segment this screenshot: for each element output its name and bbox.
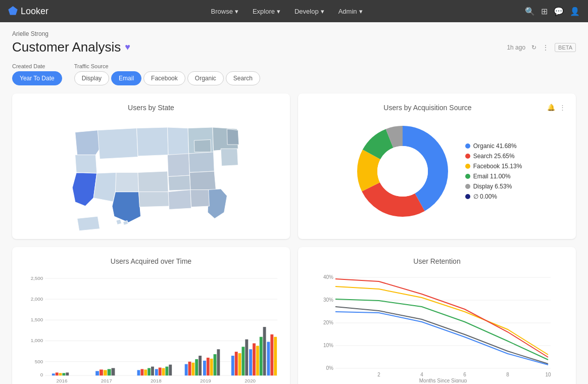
legend-organic: Organic 41.68% [465, 142, 522, 150]
grid-icon[interactable]: ⊞ [541, 7, 548, 16]
display-tab[interactable]: Display [74, 71, 109, 85]
more-icon[interactable]: ⋮ [543, 44, 549, 51]
svg-text:2019: 2019 [200, 378, 211, 383]
svg-point-5 [377, 146, 428, 197]
nav-links: Browse ▾ Explore ▾ Develop ▾ Admin ▾ [205, 5, 369, 18]
favorite-icon[interactable]: ♥ [125, 42, 130, 53]
svg-rect-30 [104, 370, 107, 375]
filter-row: Created Date Year To Date Traffic Source… [12, 63, 576, 85]
svg-rect-44 [188, 362, 191, 375]
facebook-color [465, 164, 470, 169]
chat-icon[interactable]: 💬 [554, 7, 564, 16]
top-navigation: ⬟ Looker Browse ▾ Explore ▾ Develop ▾ Ad… [0, 0, 588, 22]
more-options-icon[interactable]: ⋮ [559, 104, 566, 111]
svg-rect-43 [185, 364, 188, 376]
svg-text:2: 2 [377, 372, 380, 377]
chevron-down-icon: ▾ [321, 8, 324, 15]
acquisition-chart-title: Users by Acquisition Source [383, 104, 471, 112]
bar-chart: 2,500 2,000 1,500 1,000 500 0 2016 2017 [22, 271, 280, 384]
legend-search: Search 25.65% [465, 153, 522, 160]
search-color [465, 154, 470, 159]
email-tab[interactable]: Email [111, 71, 141, 85]
us-map [22, 118, 280, 229]
search-tab[interactable]: Search [226, 71, 260, 85]
nav-icons: 🔍 ⊞ 💬 👤 [525, 7, 580, 16]
svg-rect-65 [274, 337, 277, 376]
svg-rect-46 [195, 359, 198, 375]
page-header: Customer Analysis ♥ 1h ago ↻ ⋮ BETA [12, 39, 576, 55]
svg-rect-48 [203, 361, 206, 375]
display-color [465, 184, 470, 189]
svg-text:40%: 40% [323, 274, 333, 280]
donut-svg [352, 121, 453, 222]
svg-rect-54 [235, 352, 238, 375]
svg-text:4: 4 [420, 372, 423, 377]
year-to-date-tab[interactable]: Year To Date [12, 71, 62, 85]
svg-rect-42 [169, 365, 172, 376]
line-chart: 40% 30% 20% 10% 0% 2 4 6 8 10 [308, 271, 566, 384]
svg-rect-61 [260, 337, 263, 376]
svg-text:6: 6 [463, 372, 466, 377]
legend-display: Display 6.53% [465, 183, 522, 190]
search-icon[interactable]: 🔍 [525, 7, 535, 16]
title-row: Customer Analysis ♥ [12, 39, 130, 55]
svg-rect-35 [144, 369, 147, 375]
svg-text:30%: 30% [323, 297, 333, 303]
svg-rect-50 [210, 359, 213, 375]
page-title: Customer Analysis [12, 39, 121, 55]
nav-develop[interactable]: Develop ▾ [288, 5, 330, 18]
chevron-down-icon: ▾ [235, 8, 238, 15]
svg-rect-47 [199, 356, 202, 375]
svg-rect-60 [256, 346, 259, 375]
svg-rect-39 [159, 368, 162, 376]
svg-rect-59 [253, 343, 256, 375]
nav-explore[interactable]: Explore ▾ [247, 5, 286, 18]
svg-rect-56 [241, 347, 244, 375]
svg-rect-29 [100, 369, 103, 375]
donut-legend: Organic 41.68% Search 25.65% Facebook 15… [465, 142, 522, 200]
legend-email: Email 11.00% [465, 173, 522, 180]
bar-chart-svg: 2,500 2,000 1,500 1,000 500 0 2016 2017 [22, 271, 280, 384]
chevron-down-icon: ▾ [277, 8, 280, 15]
date-tabs: Year To Date [12, 71, 62, 85]
users-acquired-title: Users Acquired over Time [22, 257, 280, 265]
main-content: Arielle Strong Customer Analysis ♥ 1h ag… [0, 22, 588, 384]
refresh-icon[interactable]: ↻ [531, 44, 536, 51]
user-retention-card: User Retention 40% 30% 20% 10% 0% [298, 247, 576, 384]
nav-browse[interactable]: Browse ▾ [205, 5, 244, 18]
svg-text:2018: 2018 [151, 378, 162, 383]
line-chart-svg: 40% 30% 20% 10% 0% 2 4 6 8 10 [308, 271, 566, 382]
svg-rect-62 [263, 327, 266, 375]
facebook-tab[interactable]: Facebook [143, 71, 185, 85]
charts-grid: Users by State [12, 93, 576, 384]
logo[interactable]: ⬟ Looker [8, 5, 48, 18]
logo-icon: ⬟ [8, 5, 18, 18]
svg-text:0%: 0% [326, 365, 334, 371]
svg-rect-24 [56, 372, 59, 375]
filters-section: Created Date Year To Date Traffic Source… [12, 63, 576, 85]
users-by-acquisition-card: Users by Acquisition Source 🔔 ⋮ [298, 93, 576, 239]
svg-rect-38 [155, 369, 158, 375]
chart-actions: 🔔 ⋮ [547, 104, 566, 111]
traffic-source-label: Traffic Source [74, 63, 260, 69]
created-date-filter: Created Date Year To Date [12, 63, 62, 85]
svg-text:2,500: 2,500 [31, 275, 43, 281]
svg-rect-52 [217, 349, 220, 375]
traffic-source-filter: Traffic Source Display Email Facebook Or… [74, 63, 260, 85]
user-retention-title: User Retention [308, 257, 566, 265]
chevron-down-icon: ▾ [359, 8, 363, 15]
svg-rect-53 [231, 356, 234, 375]
user-avatar[interactable]: 👤 [570, 7, 580, 16]
svg-text:2017: 2017 [101, 378, 112, 383]
beta-badge: BETA [555, 43, 576, 52]
organic-tab[interactable]: Organic [187, 71, 224, 85]
svg-rect-36 [148, 368, 151, 376]
svg-text:2016: 2016 [57, 378, 68, 383]
svg-rect-51 [214, 354, 217, 375]
svg-rect-25 [59, 373, 62, 375]
source-tabs: Display Email Facebook Organic Search [74, 71, 260, 85]
donut-chart: Organic 41.68% Search 25.65% Facebook 15… [308, 116, 566, 227]
svg-text:20%: 20% [323, 320, 333, 325]
nav-admin[interactable]: Admin ▾ [332, 5, 369, 18]
bell-icon[interactable]: 🔔 [547, 104, 555, 111]
